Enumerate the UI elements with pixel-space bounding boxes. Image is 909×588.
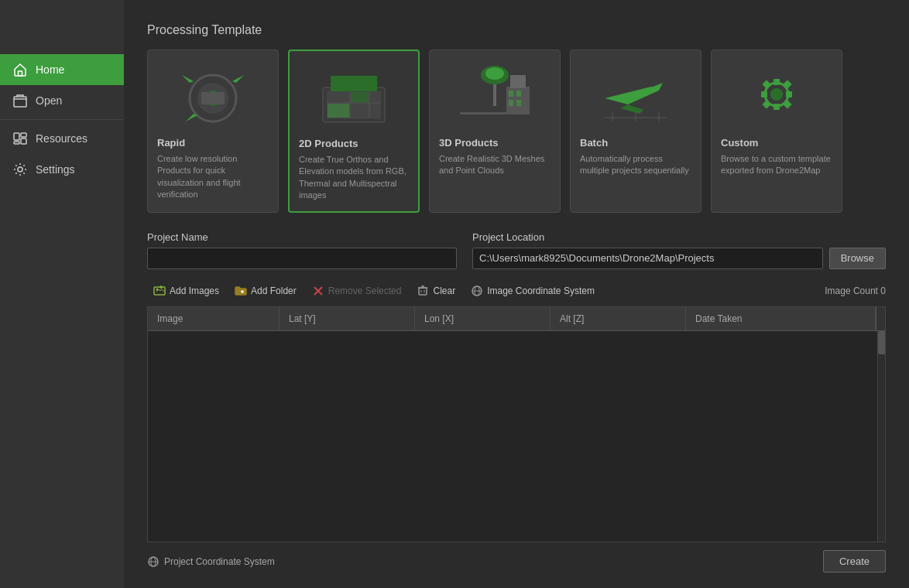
project-name-input[interactable] [147, 248, 457, 269]
scrollbar-spacer [876, 307, 885, 330]
2d-card-desc: Create True Orthos and Elevation models … [299, 154, 409, 202]
svg-rect-10 [201, 92, 225, 104]
svg-point-34 [770, 88, 783, 101]
svg-rect-37 [761, 91, 767, 97]
svg-rect-18 [328, 104, 349, 118]
2d-card-icon [307, 60, 400, 130]
image-count-label: Image Count [825, 285, 878, 296]
create-button[interactable]: Create [823, 550, 886, 573]
svg-rect-12 [331, 76, 377, 91]
template-cards: Rapid Create low resolution Products for… [147, 50, 886, 213]
svg-rect-41 [762, 100, 770, 108]
table-header-image: Image [148, 307, 280, 330]
location-row: Browse [472, 248, 886, 269]
remove-selected-label: Remove Selected [328, 285, 402, 296]
open-icon [12, 93, 28, 108]
sidebar-label-open: Open [36, 94, 62, 107]
clear-icon [417, 285, 429, 297]
sidebar-label-home: Home [36, 63, 64, 76]
template-card-rapid[interactable]: Rapid Create low resolution Products for… [147, 50, 279, 213]
svg-rect-17 [351, 92, 369, 102]
svg-rect-26 [509, 100, 513, 106]
image-coordinate-system-label: Image Coordinate System [487, 285, 595, 296]
sidebar-item-settings[interactable]: Settings [0, 154, 124, 185]
processing-template-section: Processing Template Rapid Create low [147, 23, 886, 231]
template-card-custom[interactable]: Custom Browse to a custom template expor… [711, 50, 842, 213]
processing-template-title: Processing Template [147, 23, 886, 37]
footer: Project Coordinate System Create [147, 542, 886, 573]
svg-rect-39 [762, 80, 770, 88]
table-header-date: Date Taken [686, 307, 876, 330]
sidebar-item-open[interactable]: Open [0, 85, 124, 116]
project-location-label: Project Location [472, 231, 886, 243]
custom-card-title: Custom [721, 137, 832, 149]
svg-point-6 [18, 167, 22, 172]
template-card-batch[interactable]: Batch Automatically process multiple pro… [570, 50, 701, 213]
home-icon [12, 62, 28, 77]
project-row: Project Name Project Location Browse [147, 231, 886, 269]
remove-selected-icon [312, 285, 324, 297]
add-images-icon [153, 285, 166, 297]
coordinate-system-icon [471, 285, 483, 297]
svg-rect-4 [21, 138, 26, 144]
project-coordinate-system[interactable]: Project Coordinate System [147, 556, 275, 568]
image-count-value: 0 [880, 285, 886, 296]
3d-card-icon [448, 60, 541, 129]
sidebar-label-settings: Settings [36, 163, 75, 176]
remove-selected-button[interactable]: Remove Selected [306, 282, 408, 300]
svg-rect-1 [14, 97, 26, 107]
custom-card-icon [730, 60, 823, 129]
svg-rect-2 [14, 133, 19, 140]
table-header: Image Lat [Y] Lon [X] Alt [Z] Date Taken [148, 307, 885, 331]
svg-rect-25 [516, 91, 521, 97]
svg-rect-3 [21, 133, 26, 137]
sidebar-label-resources: Resources [36, 132, 87, 145]
browse-button[interactable]: Browse [829, 248, 886, 269]
svg-point-21 [485, 67, 504, 80]
table-body[interactable] [148, 331, 885, 542]
clear-button[interactable]: Clear [410, 282, 461, 300]
project-name-section: Project Name [147, 231, 457, 269]
table-header-lat: Lat [Y] [280, 307, 415, 330]
main-content: Processing Template Rapid Create low [124, 0, 909, 588]
rapid-card-title: Rapid [157, 137, 269, 149]
svg-rect-0 [19, 71, 22, 76]
template-card-2d[interactable]: 2D Products Create True Orthos and Eleva… [288, 50, 420, 213]
add-folder-icon [235, 285, 247, 297]
svg-rect-23 [510, 75, 526, 88]
add-folder-button[interactable]: Add Folder [228, 282, 303, 300]
svg-rect-36 [774, 104, 780, 110]
3d-card-title: 3D Products [439, 137, 551, 149]
project-name-label: Project Name [147, 231, 457, 243]
project-location-section: Project Location Browse [472, 231, 886, 269]
resources-icon [12, 131, 28, 146]
3d-card-desc: Create Realistic 3D Meshes and Point Clo… [439, 153, 551, 177]
sidebar-item-resources[interactable]: Resources [0, 123, 124, 154]
sidebar-divider [0, 119, 124, 120]
batch-card-title: Batch [580, 137, 691, 149]
globe-icon [147, 556, 160, 568]
image-count: Image Count 0 [825, 285, 886, 296]
svg-rect-5 [14, 142, 19, 144]
table-header-lon: Lon [X] [415, 307, 551, 330]
svg-rect-27 [516, 100, 521, 106]
svg-rect-35 [774, 79, 780, 85]
scrollbar-thumb[interactable] [878, 331, 885, 354]
rapid-card-icon [166, 60, 259, 129]
batch-card-desc: Automatically process multiple projects … [580, 153, 691, 177]
svg-rect-24 [509, 91, 513, 97]
sidebar-item-home[interactable]: Home [0, 54, 124, 85]
image-coordinate-system-button[interactable]: Image Coordinate System [465, 282, 601, 300]
custom-card-desc: Browse to a custom template exported fro… [721, 153, 832, 177]
svg-rect-51 [419, 288, 427, 295]
template-card-3d[interactable]: 3D Products Create Realistic 3D Meshes a… [429, 50, 561, 213]
image-toolbar: Add Images Add Folder Remove Selected [147, 282, 886, 300]
add-images-button[interactable]: Add Images [147, 282, 225, 300]
2d-card-title: 2D Products [299, 138, 409, 149]
image-table: Image Lat [Y] Lon [X] Alt [Z] Date Taken [147, 306, 886, 542]
batch-card-icon [589, 60, 682, 129]
table-header-alt: Alt [Z] [551, 307, 686, 330]
table-scrollbar[interactable] [877, 331, 885, 542]
add-images-label: Add Images [170, 285, 219, 296]
project-location-input[interactable] [472, 248, 823, 269]
